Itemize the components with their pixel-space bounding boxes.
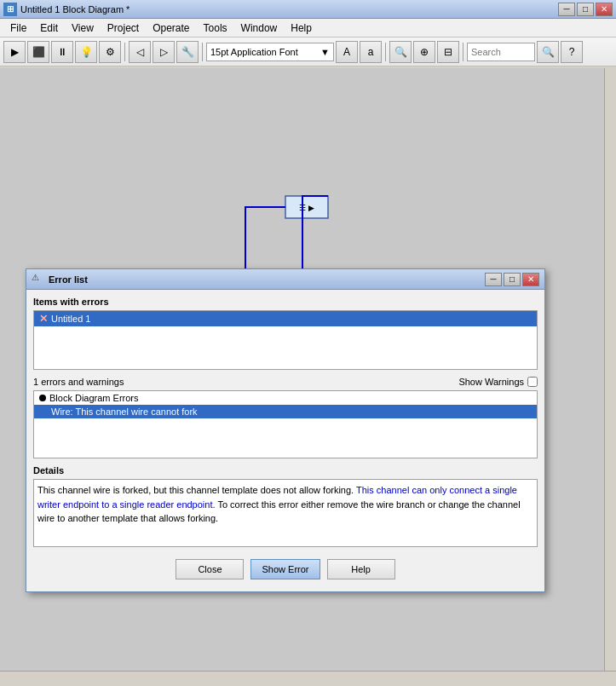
items-with-errors-label: Items with errors [33, 297, 538, 307]
error-x-icon: ✕ [39, 313, 48, 325]
error-dialog-body: Items with errors ✕ Untitled 1 1 errors … [26, 290, 544, 591]
error-dialog-titlebar: ⚠ Error list ─ □ ✕ [26, 269, 544, 290]
category-bullet [39, 395, 46, 401]
title-bar: ⊞ Untitled 1 Block Diagram * ─ □ ✕ [0, 0, 616, 19]
vertical-scrollbar[interactable] [604, 68, 616, 674]
close-button[interactable]: ✕ [596, 3, 613, 16]
window-controls: ─ □ ✕ [558, 3, 613, 16]
items-list-box: ✕ Untitled 1 [33, 310, 538, 370]
back-btn[interactable]: ◁ [129, 41, 151, 63]
separator-3 [385, 43, 386, 61]
stop-btn[interactable]: ⬛ [27, 41, 49, 63]
dialog-minimize[interactable]: ─ [485, 273, 502, 286]
menu-bar: File Edit View Project Operate Tools Win… [0, 19, 616, 37]
details-box: This channel wire is forked, but this ch… [33, 479, 538, 547]
font-name: 15pt Application Font [210, 47, 298, 57]
help-button[interactable]: Help [327, 559, 395, 579]
error-category-block-diagram: Block Diagram Errors [34, 391, 537, 405]
warnings-row: 1 errors and warnings Show Warnings [33, 377, 538, 387]
status-bar [0, 671, 616, 686]
search-input[interactable] [471, 47, 522, 57]
app-icon: ⊞ [3, 3, 17, 16]
error-entry-text: Wire: This channel wire cannot fork [51, 406, 198, 417]
error-dialog-title-text: Error list [49, 274, 485, 285]
search-button[interactable]: 🔍 [537, 41, 559, 63]
error-dialog: ⚠ Error list ─ □ ✕ Items with errors ✕ U… [26, 268, 545, 592]
tools-btn[interactable]: 🔧 [176, 41, 199, 63]
show-warnings-label: Show Warnings [458, 377, 524, 387]
search-box[interactable] [467, 43, 535, 61]
error-item-untitled1[interactable]: ✕ Untitled 1 [34, 311, 537, 326]
separator-4 [463, 43, 463, 61]
menu-window[interactable]: Window [234, 20, 285, 36]
maximize-button[interactable]: □ [577, 3, 594, 16]
font-size-btn[interactable]: a [360, 41, 382, 63]
menu-project[interactable]: Project [101, 20, 146, 36]
menu-operate[interactable]: Operate [146, 20, 196, 36]
menu-tools[interactable]: Tools [197, 20, 234, 36]
target-btn[interactable]: ⊕ [413, 41, 435, 63]
minimize-button[interactable]: ─ [558, 3, 575, 16]
light-btn[interactable]: 💡 [75, 41, 97, 63]
separator-2 [202, 43, 203, 61]
help-btn[interactable]: ? [561, 41, 583, 63]
separator-1 [124, 43, 125, 61]
category-label: Block Diagram Errors [49, 393, 139, 403]
forward-btn[interactable]: ▷ [153, 41, 175, 63]
dialog-close[interactable]: ✕ [522, 273, 539, 286]
show-warnings-checkbox[interactable] [527, 377, 538, 387]
error-item-name: Untitled 1 [51, 314, 90, 324]
menu-file[interactable]: File [3, 20, 33, 36]
error-dialog-icon: ⚠ [32, 273, 45, 286]
show-warnings-control: Show Warnings [458, 377, 538, 387]
errors-panel: Block Diagram Errors Wire: This channel … [33, 390, 538, 458]
toolbar: ▶ ⬛ ⏸ 💡 ⚙ ◁ ▷ 🔧 15pt Application Font ▼ … [0, 37, 616, 66]
menu-edit[interactable]: Edit [33, 20, 65, 36]
error-count: 1 errors and warnings [33, 377, 124, 387]
menu-help[interactable]: Help [284, 20, 319, 36]
run-arrow-btn[interactable]: ▶ [3, 41, 26, 63]
window-title: Untitled 1 Block Diagram * [20, 4, 558, 14]
error-entry-wire[interactable]: Wire: This channel wire cannot fork [34, 405, 537, 418]
dialog-buttons: Close Show Error Help [33, 554, 538, 585]
dialog-maximize[interactable]: □ [504, 273, 521, 286]
options-btn[interactable]: ⚙ [99, 41, 121, 63]
details-section: Details This channel wire is forked, but… [33, 465, 538, 547]
details-label: Details [33, 465, 538, 476]
font-a-btn[interactable]: A [336, 41, 358, 63]
svg-text:☰ ▶: ☰ ▶ [299, 204, 314, 212]
dialog-controls: ─ □ ✕ [485, 273, 539, 286]
menu-view[interactable]: View [65, 20, 101, 36]
font-dropdown[interactable]: 15pt Application Font ▼ [206, 43, 334, 61]
details-text-1: This channel wire is forked, but this ch… [37, 485, 356, 495]
pause-btn[interactable]: ⏸ [51, 41, 73, 63]
capture-btn[interactable]: ⊟ [437, 41, 459, 63]
dropdown-arrow: ▼ [320, 47, 330, 57]
close-button[interactable]: Close [176, 559, 244, 579]
show-error-button[interactable]: Show Error [250, 559, 320, 579]
zoom-btn[interactable]: 🔍 [389, 41, 412, 63]
